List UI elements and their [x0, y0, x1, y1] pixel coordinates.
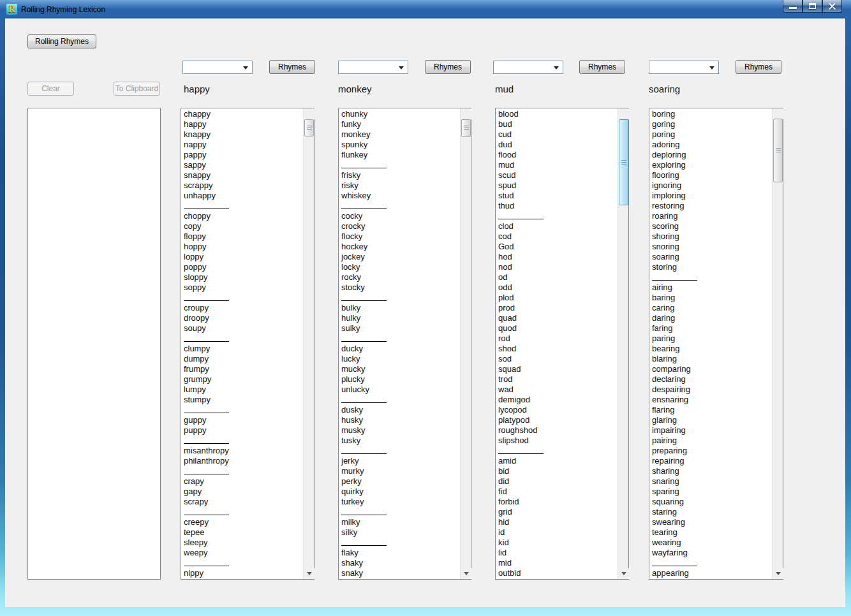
list-item[interactable]: sod	[497, 354, 616, 364]
list-item[interactable]: lucky	[340, 354, 459, 364]
list-item[interactable]: preparing	[651, 446, 771, 456]
scroll-up-button[interactable]	[304, 108, 314, 119]
list-item[interactable]: soppy	[182, 282, 302, 293]
list-item[interactable]: appearing	[651, 568, 771, 578]
list-item[interactable]: lumpy	[182, 385, 302, 395]
list-item[interactable]: trod	[497, 374, 616, 385]
list-item[interactable]: squad	[497, 364, 616, 374]
list-item[interactable]: baring	[651, 293, 771, 303]
list-item[interactable]: unlucky	[340, 385, 459, 395]
word-combobox-4[interactable]	[649, 61, 719, 74]
list-item[interactable]: turkey	[340, 497, 459, 507]
list-item[interactable]: quod	[497, 323, 616, 334]
list-item[interactable]: sulky	[340, 323, 459, 334]
scrollbar[interactable]	[460, 108, 471, 579]
list-item[interactable]: airing	[651, 282, 771, 293]
list-item[interactable]: storing	[651, 262, 771, 272]
list-item[interactable]: flaring	[651, 405, 771, 415]
list-item[interactable]: shod	[497, 344, 616, 354]
list-item[interactable]: deploring	[651, 150, 771, 160]
list-item[interactable]: demigod	[497, 395, 616, 405]
list-item[interactable]: grumpy	[182, 374, 302, 385]
list-item[interactable]: spud	[497, 180, 616, 191]
to-clipboard-button[interactable]: To Clipboard	[114, 82, 160, 96]
list-item[interactable]: snoring	[651, 242, 771, 252]
list-item[interactable]: funky	[340, 119, 459, 129]
list-item[interactable]: jerky	[340, 456, 459, 466]
list-item[interactable]: puppy	[182, 425, 302, 436]
list-item[interactable]: scoring	[651, 221, 771, 231]
list-item[interactable]: odd	[497, 282, 616, 293]
list-item[interactable]: locky	[340, 262, 459, 272]
list-item[interactable]: hid	[497, 517, 616, 527]
rhymes-button-1[interactable]: Rhymes	[269, 60, 315, 74]
list-item[interactable]: pappy	[182, 150, 302, 160]
list-item[interactable]: pairing	[651, 436, 771, 446]
scroll-down-button[interactable]	[461, 568, 471, 579]
list-item[interactable]: clumpy	[182, 344, 302, 354]
list-item[interactable]: bid	[497, 466, 616, 476]
collected-words-listbox[interactable]	[27, 108, 161, 580]
list-item[interactable]: nod	[497, 262, 616, 272]
list-item[interactable]: tusky	[340, 436, 459, 446]
list-item[interactable]: snaky	[340, 568, 459, 578]
list-item[interactable]: hockey	[340, 242, 459, 252]
list-item[interactable]: clod	[497, 221, 616, 231]
list-item[interactable]: crapy	[182, 476, 302, 487]
scroll-down-button[interactable]	[773, 568, 783, 579]
list-item[interactable]: flaky	[340, 548, 459, 558]
list-item[interactable]: hulky	[340, 313, 459, 323]
list-item[interactable]: lid	[497, 548, 616, 558]
list-item[interactable]: soaring	[651, 252, 771, 262]
list-item[interactable]: nappy	[182, 140, 302, 150]
list-item[interactable]: scrappy	[182, 180, 302, 191]
scrollbar-thumb-hover[interactable]	[619, 119, 628, 205]
list-item[interactable]: stocky	[340, 282, 459, 293]
list-item[interactable]: lycopod	[497, 405, 616, 415]
list-item[interactable]: dud	[497, 140, 616, 150]
list-item[interactable]: shaky	[340, 558, 459, 568]
list-item[interactable]: paring	[651, 334, 771, 344]
list-item[interactable]: scud	[497, 170, 616, 180]
list-item[interactable]: comparing	[651, 364, 771, 374]
list-item[interactable]: faring	[651, 323, 771, 334]
list-item[interactable]: sparing	[651, 487, 771, 497]
list-item[interactable]: squaring	[651, 497, 771, 507]
list-item[interactable]: stud	[497, 191, 616, 201]
list-item[interactable]: roaring	[651, 211, 771, 221]
list-item[interactable]: dusky	[340, 405, 459, 415]
list-item[interactable]: tepee	[182, 527, 302, 538]
list-item[interactable]: bearing	[651, 344, 771, 354]
list-item[interactable]: goring	[651, 119, 771, 129]
list-item[interactable]: flunkey	[340, 150, 459, 160]
list-item[interactable]: exploring	[651, 160, 771, 170]
rolling-rhymes-button[interactable]: Rolling Rhymes	[27, 34, 96, 48]
list-item[interactable]: outbid	[497, 568, 616, 578]
list-item[interactable]: droopy	[182, 313, 302, 323]
list-item[interactable]: wearing	[651, 538, 771, 548]
list-item[interactable]: guppy	[182, 415, 302, 425]
list-item[interactable]: glaring	[651, 415, 771, 425]
word-combobox-1[interactable]	[182, 61, 253, 74]
list-item[interactable]: blood	[497, 109, 616, 119]
list-item[interactable]: loppy	[182, 252, 302, 262]
list-item[interactable]: knappy	[182, 129, 302, 140]
rhyme-listbox-1[interactable]: chappyhappyknappynappypappysappysnappysc…	[181, 108, 314, 580]
chevron-down-icon[interactable]	[399, 66, 404, 70]
scrollbar[interactable]	[303, 108, 314, 579]
list-item[interactable]: staring	[651, 507, 771, 517]
list-item[interactable]: ensnaring	[651, 395, 771, 405]
scroll-down-button[interactable]	[304, 568, 314, 579]
list-item[interactable]: imploring	[651, 191, 771, 201]
rhymes-button-2[interactable]: Rhymes	[425, 60, 471, 74]
list-item[interactable]: murky	[340, 466, 459, 476]
list-item[interactable]: risky	[340, 180, 459, 191]
list-item[interactable]: copy	[182, 221, 302, 231]
list-item[interactable]: ignoring	[651, 180, 771, 191]
maximize-button[interactable]	[803, 0, 822, 13]
list-item[interactable]: thud	[497, 201, 616, 211]
list-item[interactable]: silky	[340, 527, 459, 538]
list-item[interactable]: bulky	[340, 303, 459, 313]
scrollbar[interactable]	[772, 108, 783, 579]
title-bar[interactable]: R Rolling Rhyming Lexicon	[0, 0, 851, 18]
